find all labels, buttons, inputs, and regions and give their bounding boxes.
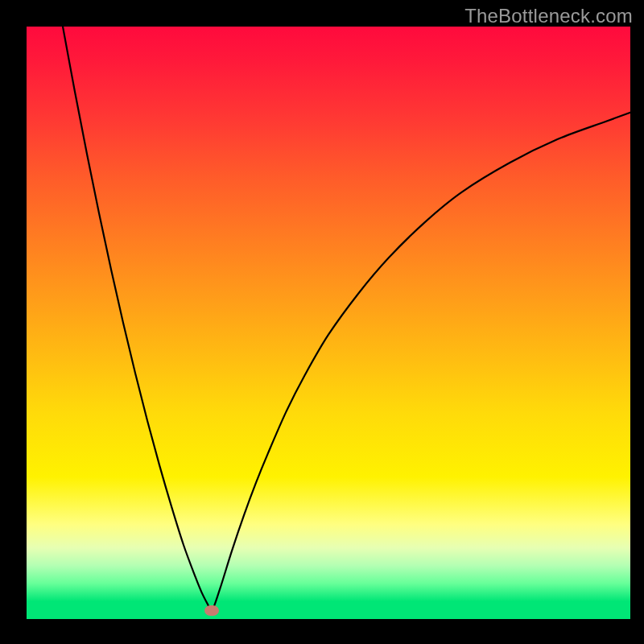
curve-path — [63, 27, 630, 611]
watermark-text: TheBottleneck.com — [464, 5, 633, 27]
plot-area — [27, 27, 630, 619]
optimum-marker — [204, 605, 219, 616]
chart-frame: TheBottleneck.com — [0, 0, 644, 644]
bottleneck-curve — [27, 27, 630, 619]
